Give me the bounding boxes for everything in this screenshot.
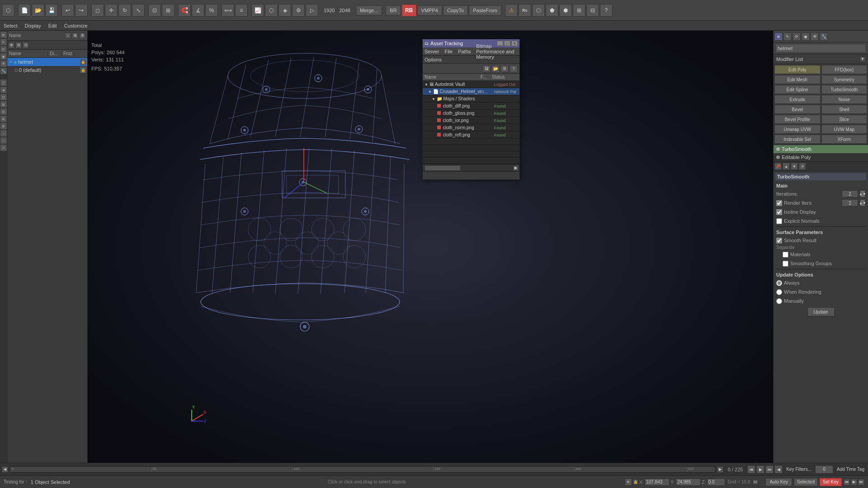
bevel-btn[interactable]: Bevel xyxy=(774,105,821,114)
render-iters-check[interactable] xyxy=(776,200,782,206)
scene-tb-3[interactable]: ⊡ xyxy=(23,42,29,48)
menu-customize[interactable]: Customize xyxy=(64,23,88,28)
timeline-right-scroll[interactable]: ▶ xyxy=(717,466,723,473)
edit-poly-btn[interactable]: Edit Poly xyxy=(774,65,821,74)
prev-frame-btn[interactable]: ⏮ xyxy=(747,465,755,474)
asset-tb-4[interactable]: ? xyxy=(509,65,518,72)
shell-btn[interactable]: Shell xyxy=(821,105,868,114)
left-tool5[interactable]: ⊟ xyxy=(0,108,7,115)
pastefrom-btn[interactable]: PasteFrom xyxy=(469,5,501,15)
smooth-result-check[interactable] xyxy=(776,238,782,244)
play-back-btn[interactable]: ◀ xyxy=(774,465,783,474)
play-btn[interactable]: ▶ xyxy=(756,465,764,474)
merge-btn[interactable]: Merge... xyxy=(356,5,382,15)
materials-check[interactable] xyxy=(783,252,788,258)
copyto-btn[interactable]: CopyTo xyxy=(443,5,468,15)
mirror-btn[interactable]: ⟺ xyxy=(222,4,234,17)
autokey-btn[interactable]: Auto Key xyxy=(765,478,792,486)
asset-row-norm[interactable]: cloth_norm.png Found xyxy=(423,124,519,131)
tool1-btn[interactable]: ⬡ xyxy=(532,4,545,17)
stack-turbosmooth[interactable]: TurboSmooth xyxy=(774,145,868,153)
left-tool9[interactable]: ↔ xyxy=(0,137,7,144)
menu-edit[interactable]: Edit xyxy=(48,23,57,28)
asset-scrollbar[interactable]: ▶ xyxy=(423,164,519,171)
lock-icon[interactable]: 🔒 xyxy=(633,479,638,485)
select-btn[interactable]: ◻ xyxy=(91,4,104,17)
display-panel-btn[interactable]: 👁 xyxy=(811,33,819,41)
symmetry-btn[interactable]: Symmetry xyxy=(821,75,868,84)
utility-icon[interactable]: 🔧 xyxy=(0,68,7,74)
menu-display[interactable]: Display xyxy=(25,23,41,28)
warn-icon[interactable]: ⚠ xyxy=(505,4,518,17)
noise-btn[interactable]: Noise xyxy=(821,95,868,104)
percent-snap-btn[interactable]: % xyxy=(205,4,218,17)
z-coord-input[interactable] xyxy=(707,479,725,486)
setkey-btn[interactable]: Set Key xyxy=(820,478,842,486)
render-setup-btn[interactable]: ⚙ xyxy=(292,4,305,17)
key-mode-btn[interactable]: 0 xyxy=(815,465,833,474)
coord-icon[interactable]: ⊕ xyxy=(625,479,632,486)
rotate-btn[interactable]: ↻ xyxy=(118,4,131,17)
angle-snap-btn[interactable]: ∡ xyxy=(192,4,204,17)
left-tool7[interactable]: ⊗ xyxy=(0,123,7,129)
next-frame-btn[interactable]: ⏭ xyxy=(765,465,774,474)
asset-scrollbar-thumb[interactable] xyxy=(425,165,461,171)
asset-tb-3[interactable]: ⚙ xyxy=(500,65,509,72)
scene-sort-btn[interactable]: ↕ xyxy=(65,33,71,39)
scale-btn[interactable]: ⤡ xyxy=(132,4,145,17)
left-tool6[interactable]: ⊕ xyxy=(0,116,7,122)
save-btn[interactable]: 💾 xyxy=(45,4,58,17)
unwrap-uvw-btn[interactable]: Unwrap UVW xyxy=(774,125,821,134)
asset-menu-server[interactable]: Server xyxy=(425,49,439,54)
y-coord-input[interactable] xyxy=(676,479,701,486)
asset-tb-2[interactable]: 📂 xyxy=(491,65,500,72)
br-btn[interactable]: BR xyxy=(386,5,401,15)
frame-next-btn[interactable]: ⏭ xyxy=(858,479,864,485)
turbosmooth-btn[interactable]: TurboSmooth xyxy=(821,85,868,94)
object-name-input[interactable] xyxy=(775,44,866,53)
tool4-btn[interactable]: ⊞ xyxy=(573,4,585,17)
open-btn[interactable]: 📂 xyxy=(32,4,44,17)
asset-row-gloss[interactable]: cloth_gloss.png Found xyxy=(423,110,519,117)
stack-pin-btn[interactable]: 📌 xyxy=(774,163,782,170)
scene-filter-btn[interactable]: ⊞ xyxy=(72,33,78,39)
tree-item-default[interactable]: ⊡ 0 (default) 🔒 xyxy=(7,66,87,74)
timeline-track[interactable]: 0 50 100 150 200 225 xyxy=(10,466,715,473)
help-btn[interactable]: ? xyxy=(600,4,613,17)
edit-mesh-btn[interactable]: Edit Mesh xyxy=(774,75,821,84)
scene-tb-1[interactable]: ⊕ xyxy=(8,42,14,48)
frame-play-btn[interactable]: ▶ xyxy=(851,479,857,485)
left-tool10[interactable]: ↗ xyxy=(0,145,7,151)
schematic-btn[interactable]: ⬡ xyxy=(265,4,278,17)
asset-options-label[interactable]: Options xyxy=(425,57,442,62)
hierarchy-panel-btn[interactable]: ⟳ xyxy=(793,33,801,41)
left-tool3[interactable]: ⊡ xyxy=(0,94,7,100)
render-iters-input[interactable] xyxy=(842,199,858,206)
ffd-box-btn[interactable]: FFD(box) xyxy=(821,65,868,74)
render-iters-spin[interactable]: ▲▼ xyxy=(860,199,865,206)
motion-icon[interactable]: ◉ xyxy=(0,53,7,60)
left-tool4[interactable]: ⊞ xyxy=(0,101,7,108)
xform-btn[interactable]: XForm xyxy=(821,135,868,144)
iterations-spin[interactable]: ▲▼ xyxy=(860,190,865,197)
viewport[interactable]: [+] [Perspective] [Realistic + Edged Fac… xyxy=(88,31,773,463)
tool2-btn[interactable]: ⬟ xyxy=(546,4,558,17)
asset-row-maps[interactable]: ▼ 📁 Maps / Shaders xyxy=(423,95,519,103)
key-filters-btn[interactable]: Key Filters... xyxy=(784,467,813,472)
indexable-sel-btn[interactable]: Indexable Sel xyxy=(774,135,821,144)
stack-remove-btn[interactable]: ✕ xyxy=(799,163,806,170)
motion-panel-btn[interactable]: ◉ xyxy=(802,33,810,41)
material-btn[interactable]: ◈ xyxy=(278,4,291,17)
asset-menu-paths[interactable]: Paths xyxy=(458,49,471,54)
modifier-list-dropdown[interactable]: ▼ xyxy=(860,56,865,62)
slice-btn[interactable]: Slice xyxy=(821,115,868,124)
key-icon[interactable]: 🗝 xyxy=(753,479,758,485)
utility-panel-btn[interactable]: 🔧 xyxy=(820,33,828,41)
redo-btn[interactable]: ↪ xyxy=(75,4,88,17)
modify-icon[interactable]: ✎ xyxy=(0,39,7,45)
snap-btn[interactable]: 🧲 xyxy=(178,4,191,17)
smoothing-groups-check[interactable] xyxy=(783,261,788,267)
bevel-profile-btn[interactable]: Bevel Profile xyxy=(774,115,821,124)
asset-row-ior[interactable]: cloth_ior.png Found xyxy=(423,117,519,124)
tree-item-helmet[interactable]: ▼ ◈ helmet 🔒 xyxy=(7,58,87,66)
